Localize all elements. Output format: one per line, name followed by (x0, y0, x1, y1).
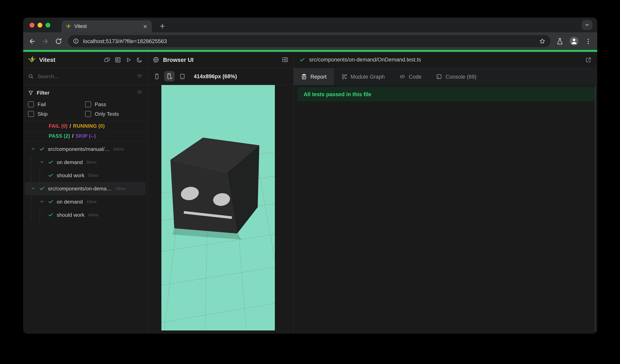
menu-kebab-icon[interactable] (584, 37, 592, 45)
test-duration: 43ms (88, 212, 98, 217)
tree-row[interactable]: should work43ms (25, 208, 146, 221)
chevron-down-icon[interactable] (39, 159, 45, 165)
chevron-down-icon[interactable] (39, 199, 45, 204)
console-icon (436, 73, 442, 80)
filter-title: Filter (37, 90, 137, 96)
dark-mode-moon-icon[interactable] (136, 57, 143, 63)
filter-funnel-icon (28, 90, 33, 96)
filter-panel: Filter Fail Pass Skip Only Tests (23, 85, 147, 121)
checkbox-pass[interactable] (85, 101, 91, 107)
clear-filter-icon[interactable] (137, 90, 143, 96)
test-status-summary: FAIL (0) / RUNNING (0) PASS (2) / SKIP (… (23, 121, 147, 141)
pass-check-icon (299, 57, 305, 63)
tab-code[interactable]: Code (392, 68, 429, 85)
device-tablet-button[interactable] (177, 71, 187, 82)
filter-option-only-tests[interactable]: Only Tests (85, 111, 143, 117)
dashboard-windows-icon[interactable] (104, 57, 110, 63)
device-toolbar: 414x896px (68%) (148, 68, 293, 85)
module-graph-icon (341, 73, 347, 80)
test-progress-bar (23, 50, 597, 52)
pass-count: PASS (2) (49, 133, 70, 139)
back-icon[interactable] (28, 37, 36, 45)
pass-check-icon (48, 212, 54, 218)
scrollbar[interactable] (595, 86, 596, 331)
run-all-play-icon[interactable] (125, 57, 132, 63)
close-window-button[interactable] (30, 23, 34, 28)
address-bar[interactable]: localhost:5173/#/?file=1828625563 (68, 35, 550, 47)
tab-label: Report (310, 74, 326, 80)
report-dashboard-icon[interactable] (115, 57, 121, 63)
filter-option-skip[interactable]: Skip (28, 111, 85, 117)
screen: Vitest localhost:5173/#/?file=1828625563 (0, 0, 620, 364)
browser-panel-title: Browser UI (163, 57, 282, 63)
checkbox-fail[interactable] (28, 101, 34, 107)
test-duration: 55ms (88, 173, 98, 178)
pass-check-icon (48, 159, 54, 165)
search-icon (28, 73, 34, 79)
test-viewport-iframe[interactable] (161, 85, 275, 330)
browser-tab[interactable]: Vitest (62, 20, 152, 32)
file-path-header: src/components/on-demand/OnDemand.test.t… (294, 52, 597, 68)
url-text[interactable]: localhost:5173/#/?file=1828625563 (83, 38, 539, 44)
search-input[interactable]: Search... (38, 73, 137, 79)
tree-row[interactable]: src/components/on-dema…43ms (25, 182, 146, 195)
chevron-down-icon[interactable] (30, 186, 36, 191)
tab-search-button[interactable] (582, 20, 592, 30)
all-passed-banner: All tests passed in this file (298, 87, 594, 101)
browser-panel-header: Browser UI (148, 52, 293, 68)
test-label: on demand (57, 199, 83, 204)
report-content: All tests passed in this file (294, 85, 597, 334)
tree-row[interactable]: src/components/manual/…56ms (25, 142, 146, 156)
forward-icon[interactable] (42, 37, 49, 45)
banner-text: All tests passed in this file (304, 91, 371, 97)
maximize-window-button[interactable] (46, 23, 50, 28)
test-duration: 56ms (86, 160, 96, 164)
report-tabs: ReportModule GraphCodeConsole (69) (294, 68, 597, 85)
device-phone-plus-button[interactable] (164, 71, 175, 82)
device-phone-small-button[interactable] (151, 71, 162, 82)
window-controls (30, 23, 50, 28)
tab-label: Console (69) (446, 74, 477, 80)
clear-filter-icon[interactable] (137, 73, 143, 79)
dock-panel-right-icon[interactable] (282, 57, 288, 63)
open-external-icon[interactable] (585, 57, 592, 63)
filter-options: Fail Pass Skip Only Tests (28, 101, 143, 117)
pass-check-icon (48, 173, 54, 178)
filter-option-fail[interactable]: Fail (28, 101, 85, 107)
browser-preview-panel: Browser UI 414x896px (68%) (148, 52, 294, 334)
reload-icon[interactable] (55, 37, 62, 45)
filter-option-pass[interactable]: Pass (85, 101, 143, 107)
checkbox-only-tests[interactable] (85, 111, 91, 117)
vitest-logo (28, 56, 36, 64)
minimize-window-button[interactable] (38, 23, 42, 28)
checkbox-skip[interactable] (28, 111, 34, 117)
experiments-flask-icon[interactable] (556, 37, 564, 45)
skip-count: SKIP (--) (76, 133, 96, 139)
search-bar[interactable]: Search... (23, 68, 147, 85)
tab-module-graph[interactable]: Module Graph (334, 68, 392, 85)
profile-avatar[interactable] (569, 36, 579, 46)
close-tab-icon[interactable] (143, 24, 148, 29)
bookmark-star-icon[interactable] (539, 38, 546, 44)
tree-row[interactable]: should work55ms (25, 169, 146, 182)
report-panel: src/components/on-demand/OnDemand.test.t… (294, 52, 597, 334)
code-icon (399, 73, 405, 80)
pass-check-icon (48, 199, 54, 204)
globe-icon (153, 57, 159, 63)
clipboard-icon (301, 73, 307, 80)
threejs-cube-scene (161, 85, 275, 330)
test-file-path: src/components/on-demand/OnDemand.test.t… (309, 57, 585, 63)
test-duration: 43ms (115, 186, 125, 191)
test-label: src/components/manual/… (48, 146, 110, 152)
new-tab-button[interactable] (157, 21, 167, 31)
pass-check-icon (39, 186, 45, 191)
tree-row[interactable]: on demand43ms (25, 195, 146, 208)
site-info-icon[interactable] (73, 38, 79, 44)
sidebar: Vitest Search... Filt (23, 52, 148, 334)
tab-console-69[interactable]: Console (69) (429, 68, 484, 85)
tab-report[interactable]: Report (294, 68, 334, 85)
tree-row[interactable]: on demand56ms (25, 156, 146, 169)
tab-strip: Vitest (23, 17, 597, 32)
chevron-down-icon[interactable] (30, 146, 36, 152)
tab-label: Module Graph (351, 74, 385, 80)
